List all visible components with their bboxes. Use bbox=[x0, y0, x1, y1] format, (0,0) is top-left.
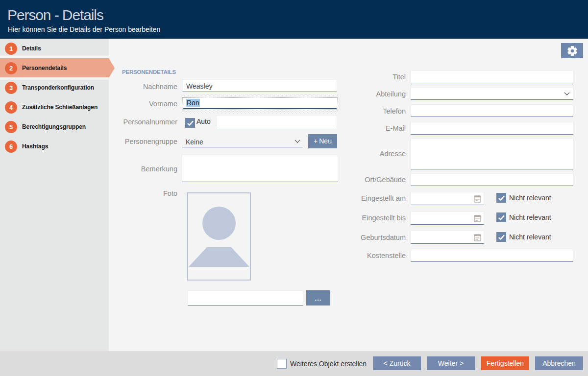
weiteres-objekt-checkbox[interactable] bbox=[277, 359, 287, 369]
ort-input[interactable] bbox=[411, 173, 573, 186]
wizard-step-berechtigungsgruppen[interactable]: 5Berechtigungsgruppen bbox=[0, 117, 109, 137]
foto-path-input[interactable] bbox=[188, 290, 303, 306]
checkmark-icon bbox=[497, 193, 506, 203]
eingestellt-am-label: Eingestellt am bbox=[323, 194, 406, 202]
page-subtitle: Hier können Sie die Details der Person b… bbox=[8, 25, 160, 33]
neu-button[interactable]: +Neu bbox=[308, 134, 337, 148]
weiter-button[interactable]: Weiter > bbox=[427, 356, 475, 370]
step-number-badge: 4 bbox=[5, 101, 17, 114]
step-number-badge: 3 bbox=[5, 82, 17, 94]
vorname-input[interactable]: Ron bbox=[182, 97, 338, 110]
photo-placeholder[interactable] bbox=[187, 192, 251, 281]
step-number-badge: 6 bbox=[5, 141, 17, 153]
nachname-input[interactable]: Weasley bbox=[182, 79, 337, 92]
adresse-textarea[interactable] bbox=[411, 139, 573, 169]
bemerkung-textarea[interactable] bbox=[182, 155, 338, 182]
auto-label: Auto bbox=[196, 118, 211, 125]
vorname-label: Vorname bbox=[109, 100, 177, 108]
nachname-value: Weasley bbox=[186, 82, 212, 90]
telefon-label: Telefon bbox=[323, 107, 406, 115]
eingestellt-bis-nicht-relevant-label: Nicht relevant bbox=[509, 213, 551, 221]
ellipsis-icon: ... bbox=[315, 295, 322, 302]
step-label: Personendetails bbox=[22, 65, 67, 71]
eingestellt-am-input[interactable] bbox=[411, 192, 484, 205]
personengruppe-value: Keine bbox=[186, 138, 203, 146]
personengruppe-select[interactable]: Keine bbox=[182, 135, 303, 147]
eingestellt-bis-input[interactable] bbox=[411, 212, 484, 225]
email-label: E-Mail bbox=[323, 124, 406, 132]
step-label: Transponderkonfiguration bbox=[22, 84, 94, 91]
section-title: PERSONENDETAILS bbox=[122, 69, 176, 75]
footer-bar: Weiteres Objekt erstellen < Zurück Weite… bbox=[0, 351, 588, 376]
titel-label: Titel bbox=[323, 73, 406, 81]
zurueck-button[interactable]: < Zurück bbox=[373, 356, 421, 370]
step-number-badge: 2 bbox=[5, 62, 17, 74]
calendar-icon bbox=[474, 214, 481, 222]
geburtsdatum-input[interactable] bbox=[411, 231, 484, 244]
email-input[interactable] bbox=[411, 122, 573, 135]
wizard-step-personendetails[interactable]: 2Personendetails bbox=[0, 58, 109, 78]
nachname-label: Nachname bbox=[109, 83, 177, 91]
kostenstelle-input[interactable] bbox=[411, 249, 573, 262]
avatar-head-icon bbox=[202, 207, 236, 240]
step-number-badge: 1 bbox=[5, 43, 17, 55]
step-label: Zusätzliche Schließanlagen bbox=[22, 104, 98, 111]
step-label: Details bbox=[22, 45, 41, 52]
eingestellt-bis-nicht-relevant-checkbox[interactable] bbox=[496, 212, 506, 222]
chevron-down-icon bbox=[564, 92, 570, 95]
geburtsdatum-nicht-relevant-checkbox[interactable] bbox=[496, 232, 506, 242]
checkmark-icon bbox=[186, 118, 195, 128]
foto-label: Foto bbox=[109, 189, 177, 197]
auto-checkbox[interactable] bbox=[185, 118, 195, 128]
personengruppe-label: Personengruppe bbox=[109, 138, 177, 145]
adresse-label: Adresse bbox=[323, 150, 406, 158]
vorname-input-inner: Ron bbox=[183, 98, 337, 109]
ort-label: Ort/Gebäude bbox=[323, 176, 406, 184]
calendar-icon bbox=[474, 234, 481, 241]
wizard-step-hashtags[interactable]: 6Hashtags bbox=[0, 137, 109, 156]
eingestellt-am-nicht-relevant-checkbox[interactable] bbox=[496, 193, 506, 203]
kostenstelle-label: Kostenstelle bbox=[323, 252, 406, 259]
wizard-step-transponderkonfiguration[interactable]: 3Transponderkonfiguration bbox=[0, 78, 109, 97]
wizard-step-zus-tzliche-schlie-anlagen[interactable]: 4Zusätzliche Schließanlagen bbox=[0, 97, 109, 117]
step-label: Berechtigungsgruppen bbox=[22, 123, 86, 130]
geburtsdatum-nicht-relevant-label: Nicht relevant bbox=[509, 233, 551, 241]
checkmark-icon bbox=[497, 213, 506, 222]
bemerkung-label: Bemerkung bbox=[109, 165, 177, 173]
avatar-body-icon bbox=[189, 247, 249, 267]
telefon-input[interactable] bbox=[411, 104, 573, 117]
person-details-window: Person - Details Hier können Sie die Det… bbox=[0, 0, 588, 376]
geburtsdatum-label: Geburtsdatum bbox=[323, 234, 406, 241]
vorname-value: Ron bbox=[186, 99, 200, 107]
weiteres-objekt-label: Weiteres Objekt erstellen bbox=[290, 360, 367, 368]
personalnummer-input[interactable] bbox=[216, 115, 337, 129]
personalnummer-label: Personalnummer bbox=[109, 118, 177, 126]
plus-icon: + bbox=[314, 137, 318, 145]
step-number-badge: 5 bbox=[5, 121, 17, 133]
gear-icon-svg bbox=[567, 46, 577, 56]
checkmark-icon bbox=[497, 233, 506, 242]
abteilung-select[interactable] bbox=[411, 87, 573, 100]
eingestellt-bis-label: Eingestellt bis bbox=[323, 214, 406, 222]
eingestellt-am-nicht-relevant-label: Nicht relevant bbox=[509, 194, 551, 202]
active-step-arrow bbox=[109, 58, 115, 78]
neu-button-label: Neu bbox=[319, 137, 332, 145]
calendar-icon bbox=[474, 195, 481, 203]
header: Person - Details Hier können Sie die Det… bbox=[0, 0, 588, 39]
abteilung-label: Abteilung bbox=[323, 90, 406, 98]
fertigstellen-button[interactable]: Fertigstellen bbox=[481, 356, 529, 370]
abbrechen-button[interactable]: Abbrechen bbox=[535, 356, 583, 370]
browse-button[interactable]: ... bbox=[306, 290, 330, 306]
titel-input[interactable] bbox=[411, 70, 573, 83]
chevron-down-icon bbox=[294, 140, 300, 143]
wizard-step-details[interactable]: 1Details bbox=[0, 39, 109, 58]
page-title: Person - Details bbox=[7, 7, 103, 24]
active-step-separator bbox=[0, 56, 109, 58]
step-label: Hashtags bbox=[22, 143, 48, 150]
settings-button[interactable] bbox=[561, 43, 583, 58]
